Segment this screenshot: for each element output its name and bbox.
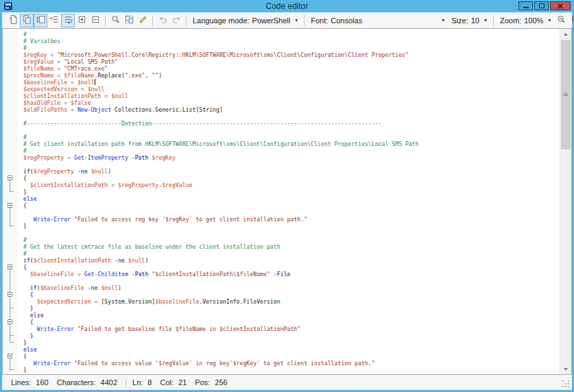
collapse-all-button[interactable]: [88, 14, 102, 27]
replace-button[interactable]: [122, 14, 136, 27]
code-line[interactable]: {: [3, 353, 560, 360]
code-text: #: [18, 31, 27, 38]
code-token: =: [53, 65, 64, 72]
code-line[interactable]: #: [3, 250, 560, 257]
code-line[interactable]: }: [3, 305, 560, 312]
code-token: $regProperty: [23, 154, 64, 161]
zoom-dropdown[interactable]: Zoom: 100% ▾: [497, 14, 554, 27]
fold-gutter: [3, 72, 18, 79]
fold-toggle-icon[interactable]: [8, 175, 12, 180]
code-line[interactable]: [3, 161, 560, 168]
close-button[interactable]: [550, 1, 571, 10]
fold-gutter: [3, 168, 18, 175]
code-line[interactable]: # Varialbes: [3, 38, 560, 45]
code-line[interactable]: Write-Error "Failed to access reg key '$…: [3, 216, 560, 223]
code-line[interactable]: {: [3, 319, 560, 326]
find-button[interactable]: [108, 14, 122, 27]
code-line[interactable]: # Get client installation path from HKLM…: [3, 140, 560, 147]
code-line[interactable]: $clientInstallationPath = $null: [3, 93, 560, 99]
window-title: Code editor: [0, 1, 574, 11]
fold-toggle-icon[interactable]: [8, 292, 12, 297]
outline-button[interactable]: [47, 14, 61, 27]
new-script-button[interactable]: [6, 14, 20, 27]
code-line[interactable]: #: [3, 147, 560, 154]
code-line[interactable]: {: [3, 202, 560, 209]
code-line[interactable]: Write-Error "Failed to get baseline file…: [3, 326, 560, 332]
code-line[interactable]: $baselineFile = Get-Childitem -Path "$cl…: [3, 271, 560, 278]
scroll-up-button[interactable]: [560, 29, 571, 39]
code-line[interactable]: $regValue = "Local SMS Path": [3, 58, 560, 65]
code-line[interactable]: if($regProperty -ne $null): [3, 168, 560, 175]
goto-button[interactable]: [136, 14, 150, 27]
code-line[interactable]: $baselineFile = $null: [3, 79, 560, 86]
fold-gutter: [3, 161, 18, 168]
code-line[interactable]: #: [3, 45, 560, 51]
code-text: if($baselineFile -ne $null): [18, 284, 121, 291]
font-dropdown[interactable]: Font: Consolas ▾: [307, 14, 448, 27]
expand-all-button[interactable]: [75, 14, 88, 27]
code-line[interactable]: $oldFilePaths = New-Object Collections.G…: [3, 106, 560, 113]
fold-gutter: [3, 312, 18, 319]
code-line[interactable]: $regProperty = Get-ItemProperty -Path $r…: [3, 154, 560, 161]
code-line[interactable]: {: [3, 175, 560, 182]
code-line[interactable]: }: [3, 367, 560, 373]
code-text: $oldFilePaths = New-Object Collections.G…: [18, 106, 223, 113]
code-line[interactable]: [3, 278, 560, 284]
code-line[interactable]: $procName = $fileName.Replace(".exe", ""…: [3, 72, 560, 79]
word-wrap-icon: [63, 14, 73, 27]
code-line[interactable]: $expectedVersion = $null: [3, 86, 560, 93]
code-line[interactable]: $expectedVersion = [System.Version]$base…: [3, 298, 560, 305]
code-line[interactable]: else: [3, 195, 560, 202]
language-mode-dropdown[interactable]: Language mode: PowerShell ▾: [189, 14, 301, 27]
code-token: =: [77, 86, 88, 93]
code-line[interactable]: {: [3, 291, 560, 298]
code-line[interactable]: Write-Error "Failed to access value '$re…: [3, 360, 560, 367]
code-line[interactable]: else: [3, 346, 560, 353]
fold-gutter: [3, 339, 18, 346]
code-line[interactable]: if($baselineFile -ne $null): [3, 284, 560, 291]
code-line[interactable]: #----------------------------Detection--…: [3, 120, 560, 127]
code-text-area[interactable]: ## Varialbes#$regKey = "Microsoft.PowerS…: [3, 29, 560, 374]
paste-button[interactable]: [34, 14, 47, 27]
copy-button[interactable]: [20, 14, 34, 27]
fold-toggle-icon[interactable]: [8, 354, 12, 358]
minimize-button[interactable]: [518, 1, 533, 10]
code-line[interactable]: #: [3, 134, 560, 140]
fold-toggle-icon[interactable]: [8, 203, 12, 208]
zoom-out-button[interactable]: [554, 14, 568, 27]
fold-toggle-icon[interactable]: [8, 319, 12, 324]
zoom-in-button[interactable]: [568, 14, 574, 27]
code-line[interactable]: $hasOldFile = $false: [3, 99, 560, 106]
code-line[interactable]: [3, 209, 560, 216]
code-line[interactable]: }: [3, 188, 560, 195]
code-line[interactable]: [3, 113, 560, 120]
code-line[interactable]: {: [3, 264, 560, 271]
code-line[interactable]: #: [3, 31, 560, 38]
size-dropdown[interactable]: Size: 10 ▾: [448, 14, 490, 27]
code-line[interactable]: $fileName = "CMTrace.exe": [3, 65, 560, 72]
fold-toggle-icon[interactable]: [8, 265, 12, 269]
code-editor-surface[interactable]: ## Varialbes#$regKey = "Microsoft.PowerS…: [2, 28, 572, 375]
title-bar[interactable]: Code editor: [0, 0, 574, 12]
code-line[interactable]: $regKey = "Microsoft.PowerShell.Core\Reg…: [3, 51, 560, 58]
code-line[interactable]: else: [3, 312, 560, 319]
scroll-down-button[interactable]: [560, 364, 571, 374]
code-line[interactable]: }: [3, 339, 560, 346]
code-text: [18, 278, 23, 284]
code-token: $null: [91, 168, 108, 175]
code-text: #: [18, 250, 27, 257]
code-line[interactable]: [3, 127, 560, 134]
code-line[interactable]: if($clientInstallationPath -ne $null): [3, 257, 560, 264]
resize-grip-icon[interactable]: [562, 380, 570, 388]
fold-gutter: [3, 147, 18, 154]
code-line[interactable]: $clientInstallationPath = $regProperty.$…: [3, 182, 560, 188]
maximize-button[interactable]: [534, 1, 549, 10]
code-line[interactable]: #: [3, 236, 560, 243]
word-wrap-button[interactable]: [61, 14, 75, 27]
scrollbar-thumb[interactable]: [561, 40, 571, 149]
code-line[interactable]: # Get the latest cmtrace file as baselin…: [3, 243, 560, 250]
code-line[interactable]: [3, 230, 560, 236]
code-line[interactable]: }: [3, 332, 560, 339]
code-line[interactable]: }: [3, 223, 560, 230]
vertical-scrollbar[interactable]: [560, 29, 571, 374]
